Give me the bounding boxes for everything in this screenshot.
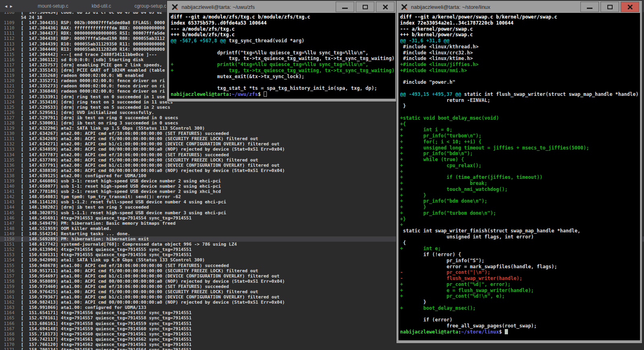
terminal-line: +static void boot_delay_msec(void) [400, 115, 640, 121]
line-text: [ 154.694148] 4txg=7914559 quiesce_txg=7… [21, 326, 192, 331]
line-number: 1167 [0, 326, 14, 331]
line-text: [ 147.634859] ata2.00: ACPI cmd 00/00:00… [21, 147, 285, 152]
editor-tab-label: cgroup-setup.c [134, 3, 166, 9]
line-text: 54 24 18 [21, 15, 42, 20]
linux-close-button[interactable] [621, 2, 639, 12]
terminal-line-text: + [400, 222, 403, 228]
line-text: [ 147.646086] usb 3-1: reset high-speed … [21, 178, 221, 184]
terminal-line: --- a/kernel/power/swap.c [400, 26, 640, 32]
line-number: 1149 [0, 231, 14, 236]
terminal-line [171, 44, 395, 50]
terminal-line-text: txg, tx->tx_quiesce_txg_waiting, tx->tx_… [171, 56, 395, 61]
terminal-line-text: - flush_swap_writer(handle); [400, 275, 522, 281]
linux-cursor [505, 329, 508, 334]
terminal-line: { [400, 240, 640, 246]
terminal-line: dprintf("txg=%llu quiesce_txg=%llu sync_… [171, 50, 395, 56]
terminal-line: @@ -493,15 +495,37 @@ static int flush_s… [400, 91, 640, 97]
line-text: [ 150.958089] ata1.00: ACPI cmd 00/00:00… [21, 279, 285, 284]
zfs-close-button[interactable] [376, 2, 394, 12]
linux-titlebar[interactable]: nabijaczleweli@tarta: ~/store/linux [398, 1, 640, 13]
tab-nav-right-icon[interactable]: ► [9, 4, 14, 8]
terminal-line-text: + } [400, 204, 426, 210]
terminal-line-text: +++ b/module/zfs/txg.c [171, 32, 235, 37]
terminal-line: + for(; i < 10; ++i) { [400, 139, 640, 145]
terminal-line: index 65375b579..d0fde4a53 100644 [171, 20, 395, 26]
minimize-icon [342, 8, 348, 9]
tab-nav-left-icon[interactable]: ◄ [4, 4, 9, 8]
line-number: 1125 [0, 105, 14, 110]
line-number: 1111 [0, 31, 14, 36]
line-text: [ 147.304442] ---[ end trace 2488f34111b… [21, 52, 157, 57]
editor-tab[interactable]: kbd-util.c [92, 3, 111, 9]
terminal-line-text: + pr_info("bdm\n"); [400, 151, 473, 156]
line-text: [ 147.530001] [drm] ib test on ring 3 su… [21, 120, 178, 126]
line-number: 1141 [0, 189, 14, 194]
terminal-line-text: #include <linux/crc32.h> [400, 50, 473, 56]
terminal-window-linux: nabijaczleweli@tarta: ~/store/linux diff… [396, 0, 642, 344]
line-text: [ 150.630131] 4txg=7914555 quiesce_txg=7… [21, 252, 192, 257]
line-text: [ 147.304439] R10: 000055ab31129350 R11:… [21, 41, 165, 47]
line-number: 1130 [0, 131, 14, 136]
terminal-line: - pr_cont("|\n"); [400, 269, 640, 275]
hunk-marker: @@ -567,6 +567,8 @@ [171, 38, 226, 43]
terminal-line: pr_info("S"); [400, 258, 640, 264]
linux-maximize-button[interactable] [601, 2, 619, 12]
terminal-line: + if (time_after(jiffies, timeout)) [400, 174, 640, 180]
line-text: [ 147.637787] ata2.00: ACPI cmd ef/10:06… [21, 152, 229, 157]
line-text: [ 148.551959] OOM killer enabled. [21, 226, 111, 231]
zfs-window-controls [334, 2, 394, 12]
line-text: [ 147.632296] ata2: SATA link up 1.5 Gbp… [21, 126, 205, 131]
line-text: [ 147.638830] ata2.00: ACPI cmd 00/00:00… [21, 168, 285, 173]
line-text: [ 150.942098] ata1: SATA link up 6.0 Gbp… [21, 257, 205, 263]
editor-tab[interactable]: cgroup-setup.c [134, 3, 166, 9]
terminal-line: #include <linux/kthread.h> [400, 44, 640, 50]
terminal-line-text: + unsigned long timeout = jiffies + msec… [400, 145, 589, 151]
terminal-line-text: diff --git a/module/zfs/txg.c b/module/z… [171, 14, 310, 20]
line-text: [ 152.678161] 4txg=7914557 quiesce_txg=7… [21, 315, 192, 321]
line-number: 1136 [0, 163, 14, 168]
close-icon [382, 4, 388, 10]
linux-prompt: nabijaczleweli@tarta:~/store/linux$ [400, 329, 640, 335]
zfs-minimize-button[interactable] [336, 2, 354, 12]
terminal-line: unsigned int flags, int error) [400, 234, 640, 240]
line-text: [ 149.613904] 4txg=7914554 quiesce_txg=7… [21, 247, 192, 252]
zfs-terminal[interactable]: diff --git a/module/zfs/txg.c b/module/z… [169, 13, 395, 99]
line-text: [ 147.637789] ata2.00: ACPI cmd f5/00:00… [21, 157, 258, 163]
line-number: 1124 [0, 99, 14, 105]
terminal-line: + [400, 169, 640, 175]
terminal-line-text: + printk("4txg=%llu quiesce_txg=%llu syn… [171, 62, 368, 67]
terminal-line [400, 85, 640, 91]
terminal-line: } [400, 103, 640, 109]
line-number: 1118 [0, 68, 14, 73]
editor-tab[interactable]: mount-setup.c [38, 3, 68, 9]
terminal-line: if (error) [400, 317, 640, 323]
line-number: 1155 [0, 263, 14, 268]
zfs-maximize-button[interactable] [356, 2, 374, 12]
line-text: [ 150.954697] ata1.00: ACPI cmd b1/c1:00… [21, 273, 279, 279]
terminal-line-text: + touch_nmi_watchdog(); [400, 186, 508, 192]
terminal-line: @@ -567,6 +567,8 @@ txg_sync_thread(void… [171, 38, 395, 44]
linux-minimize-button[interactable] [580, 2, 599, 12]
zfs-titlebar[interactable]: nabijaczleweli@tarta: ~/uwu/zfs [169, 1, 395, 13]
terminal-line-text: static int swap_writer_finish(struct swa… [400, 228, 580, 234]
line-text: [ 147.336848] radeon 0000:02:00.0: fence… [21, 89, 165, 94]
line-number: 1137 [0, 168, 14, 173]
terminal-line: mutex_exit(&tx->tx_sync_lock); [171, 74, 395, 80]
terminal-line-text: txg_sync_thread(void *arg) [226, 38, 304, 43]
terminal-line: +} [400, 216, 640, 222]
terminal-line-text: static int flush_swap_writer(struct swap… [461, 91, 639, 97]
terminal-line-text: + pr_info("turbom\n"); [400, 133, 481, 139]
terminal-line-text: { [400, 240, 406, 246]
terminal-line: + int e; [400, 246, 640, 252]
terminal-line-text: + pr_info("turbom done\n"); [400, 210, 496, 216]
terminal-line: + int i = 0; [400, 127, 640, 133]
line-number: 1129 [0, 126, 14, 131]
terminal-line-text: #include <linux/kthread.h> [400, 44, 479, 50]
terminal-line [171, 79, 395, 85]
terminal-line: diff --git a/kernel/power/swap.c b/kerne… [400, 14, 640, 20]
line-number: 1164 [0, 310, 14, 315]
line-number: 1116 [0, 57, 14, 62]
linux-terminal[interactable]: diff --git a/kernel/power/swap.c b/kerne… [398, 13, 640, 340]
line-text: [ 148.114128] usb 1-1.2: reset full-spee… [21, 199, 226, 205]
line-text: [ 147.325757] [drm] enabling PCIE gen 2 … [21, 62, 162, 68]
